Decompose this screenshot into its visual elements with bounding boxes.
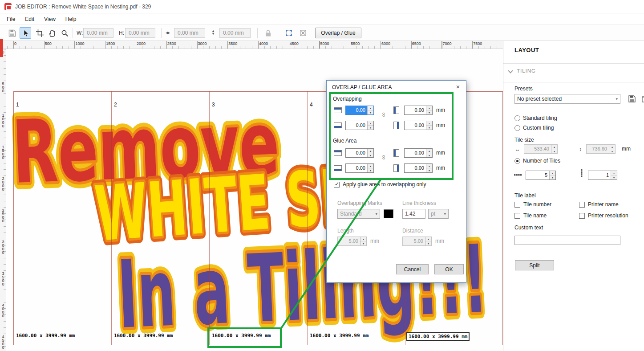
frame-corners-icon [285, 29, 293, 37]
tile-size-label: Tile size [514, 137, 534, 143]
link-overlap-icon[interactable]: ∞ [381, 112, 388, 117]
h-ruler-label: 7000 [442, 41, 452, 46]
tile-number: 3 [212, 102, 215, 108]
standard-tiling-radio[interactable] [514, 115, 520, 121]
preset-value: No preset selected [517, 96, 562, 102]
number-of-tiles-radio[interactable] [514, 158, 520, 164]
overlap-left-field[interactable]: 0.00 ▴▾ [404, 106, 433, 115]
glue-right-value[interactable]: 0.00 [405, 164, 426, 172]
apply-glue-label: Apply glue area to overlapping only [343, 181, 426, 188]
glue-left-value[interactable]: 0.00 [405, 149, 426, 157]
title-bar: JOB EDITOR : Remove White Space in Nesti… [0, 0, 644, 13]
overlap-glue-button[interactable]: Overlap / Glue [315, 28, 361, 38]
overlap-right-field[interactable]: 0.00 ▴▾ [404, 121, 433, 130]
custom-tiling-radio[interactable] [514, 125, 520, 131]
select-tool-button[interactable] [20, 27, 31, 39]
crop-tool-button[interactable] [34, 27, 45, 39]
chevron-down-icon: ▾ [614, 97, 618, 101]
glue-left-spinner[interactable]: ▴▾ [426, 149, 432, 157]
h-ruler-label: 4500 [289, 41, 299, 46]
custom-text-input[interactable] [514, 236, 620, 245]
save-preset-button[interactable] [628, 95, 636, 103]
menu-edit[interactable]: Edit [20, 14, 39, 24]
v-ruler-label: 500 [1, 82, 5, 92]
printer-resolution-label: Printer resolution [588, 212, 628, 219]
tile-width-field: 533.40 ▴▾ [524, 144, 558, 154]
tile-height-spinner: ▴▾ [609, 145, 615, 153]
height-field[interactable]: 0.00 mm [125, 28, 155, 38]
menu-view[interactable]: View [39, 14, 61, 24]
width-field[interactable]: 0.00 mm [83, 28, 113, 38]
close-icon[interactable]: × [454, 82, 462, 91]
y-position-field[interactable]: 0.00 mm [219, 28, 251, 38]
overlap-left-spinner[interactable]: ▴▾ [426, 106, 432, 114]
vertical-position-icon: ▴▾ [212, 30, 214, 35]
overlap-bottom-spinner[interactable]: ▴▾ [367, 121, 373, 130]
unit-label: mm [370, 238, 379, 244]
toolbar-separator [73, 28, 73, 38]
tile-size-label[interactable]: 1600.00 x 3999.99 mm [406, 332, 470, 341]
overlap-top-spinner[interactable]: ▴▾ [367, 106, 373, 114]
delete-preset-icon[interactable] [641, 95, 644, 103]
printer-resolution-checkbox[interactable] [579, 213, 585, 219]
tiles-down-spinner[interactable]: ▴▾ [611, 171, 617, 180]
tiles-down-field[interactable]: 1 ▴▾ [588, 171, 617, 180]
unit-label: mm [435, 238, 444, 244]
menu-help[interactable]: Help [61, 14, 81, 24]
clear-frame-button[interactable] [297, 27, 309, 39]
fit-frame-button[interactable] [283, 27, 295, 39]
tile-width-value: 533.40 [524, 145, 551, 153]
menu-bar: File Edit View Help [0, 13, 644, 24]
thickness-field: 1.42 [402, 209, 425, 219]
h-ruler-label: 3000 [197, 41, 207, 46]
tile-boundary [111, 91, 112, 345]
save-button[interactable] [6, 27, 18, 39]
overlap-right-spinner[interactable]: ▴▾ [426, 121, 432, 130]
zoom-tool-button[interactable] [59, 27, 70, 39]
overlapping-marks-label: Overlapping Marks [337, 200, 382, 206]
pan-tool-button[interactable] [46, 27, 58, 39]
glue-bottom-spinner[interactable]: ▴▾ [367, 164, 373, 172]
overlap-bottom-field[interactable]: 0.00 ▴▾ [345, 121, 374, 130]
glue-top-value[interactable]: 0.00 [346, 149, 367, 157]
split-button[interactable]: Split [515, 260, 554, 270]
tiles-across-spinner[interactable]: ▴▾ [549, 171, 555, 180]
printer-name-checkbox[interactable] [579, 202, 585, 208]
link-glue-icon[interactable]: ∞ [381, 155, 388, 159]
cancel-button[interactable]: Cancel [396, 264, 429, 274]
tiles-across-value[interactable]: 5 [526, 171, 549, 180]
overlap-bottom-value[interactable]: 0.00 [346, 121, 367, 130]
tiles-across-field[interactable]: 5 ▴▾ [526, 171, 556, 180]
overlap-top-icon [334, 107, 342, 113]
overlap-top-value[interactable]: 0.00 [346, 106, 367, 114]
tile-name-checkbox[interactable] [514, 213, 520, 219]
chevron-down-icon[interactable] [508, 68, 513, 73]
glue-right-field[interactable]: 0.00 ▴▾ [404, 163, 433, 173]
glue-bottom-value[interactable]: 0.00 [346, 164, 367, 172]
apply-glue-checkbox[interactable] [334, 182, 340, 188]
tile-boundary [307, 91, 308, 345]
tiles-down-value[interactable]: 1 [588, 171, 611, 180]
overlap-right-value[interactable]: 0.00 [405, 121, 426, 130]
length-label: Length [337, 228, 354, 234]
glue-left-field[interactable]: 0.00 ▴▾ [404, 148, 433, 158]
unit-label: mm [436, 107, 445, 113]
preset-dropdown[interactable]: No preset selected▾ [514, 94, 620, 104]
v-ruler-label: 2000 [1, 176, 5, 191]
lock-button[interactable] [262, 27, 274, 39]
job-editor-window: JOB EDITOR : Remove White Space in Nesti… [0, 0, 644, 351]
h-ruler-label: 5000 [320, 41, 329, 46]
glue-top-field[interactable]: 0.00 ▴▾ [345, 148, 374, 158]
x-position-field[interactable]: 0.00 mm [174, 28, 205, 38]
glue-top-spinner[interactable]: ▴▾ [367, 149, 373, 157]
glue-right-spinner[interactable]: ▴▾ [426, 164, 432, 172]
tiling-section-header[interactable]: TILING [517, 68, 536, 73]
unit-label: mm [622, 146, 631, 152]
tile-number-checkbox[interactable] [514, 202, 520, 208]
horizontal-position-icon: ◂▸ [166, 29, 169, 36]
menu-file[interactable]: File [2, 14, 20, 24]
glue-bottom-field[interactable]: 0.00 ▴▾ [345, 163, 374, 173]
ok-button[interactable]: OK [434, 264, 464, 274]
overlap-left-value[interactable]: 0.00 [405, 106, 426, 114]
overlap-top-field[interactable]: 0.00 ▴▾ [345, 106, 374, 115]
